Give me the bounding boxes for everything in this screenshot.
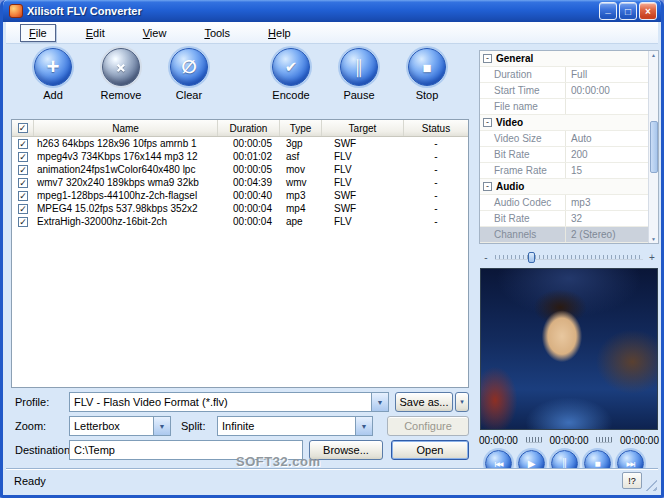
column-type[interactable]: Type <box>280 120 322 136</box>
file-target: FLV <box>322 176 404 189</box>
column-name[interactable]: Name <box>34 120 218 136</box>
row-checkbox[interactable]: ✓ <box>18 191 28 201</box>
property-row: Bit Rate 32 <box>480 211 648 227</box>
file-duration: 00:01:02 <box>218 150 280 163</box>
row-checkbox[interactable]: ✓ <box>18 165 28 175</box>
toolbar: + Add × Remove ∅ Clear ✔ Encode ║ Pause … <box>19 48 461 101</box>
split-value: Infinite <box>218 420 355 432</box>
column-target[interactable]: Target <box>322 120 404 136</box>
time-display: 00:00:00 00:00:00 00:00:00 <box>479 433 659 447</box>
file-duration: 00:00:04 <box>218 215 280 228</box>
save-as-button[interactable]: Save as... <box>395 392 453 412</box>
table-row[interactable]: ✓ h263 64kbps 128x96 10fps amrnb 1 00:00… <box>12 137 468 150</box>
encode-label: Encode <box>257 89 325 101</box>
slider-thumb[interactable] <box>528 252 535 263</box>
pause-icon: ║ <box>354 59 365 76</box>
property-value[interactable]: 200 <box>566 147 648 162</box>
column-duration[interactable]: Duration <box>218 120 280 136</box>
property-value[interactable]: mp3 <box>566 195 648 210</box>
collapse-icon[interactable]: - <box>483 54 492 63</box>
table-row[interactable]: ✓ animation24fps1wColor640x480 lpc 00:00… <box>12 163 468 176</box>
property-label: Duration <box>480 67 566 82</box>
property-value[interactable]: 2 (Stereo) <box>566 227 648 242</box>
check-icon: ✓ <box>19 179 27 187</box>
stop-button-circle: ■ <box>408 48 446 86</box>
file-target: SWF <box>322 189 404 202</box>
menu-view[interactable]: View <box>135 25 175 41</box>
scrollbar-thumb[interactable] <box>650 121 658 173</box>
chevron-down-icon[interactable]: ▼ <box>153 417 170 435</box>
menu-help[interactable]: Help <box>260 25 299 41</box>
scroll-up-icon[interactable]: ▲ <box>651 52 656 58</box>
slider-track[interactable] <box>495 255 643 260</box>
file-type: asf <box>280 150 322 163</box>
minimize-button[interactable]: _ <box>599 2 617 20</box>
scroll-down-icon[interactable]: ▼ <box>651 236 656 242</box>
configure-button[interactable]: Configure <box>387 416 469 436</box>
menu-file[interactable]: File <box>20 24 56 42</box>
status-text: Ready <box>6 475 622 487</box>
profile-select[interactable]: FLV - Flash Video Format (*.flv) ▼ <box>69 392 389 412</box>
resize-grip[interactable] <box>644 478 657 491</box>
property-value[interactable]: 32 <box>566 211 648 226</box>
chevron-down-icon[interactable]: ▼ <box>371 393 388 411</box>
table-row[interactable]: ✓ mpeg1-128bps-44100hz-2ch-flagsel 00:00… <box>12 189 468 202</box>
title-bar[interactable]: Xilisoft FLV Converter _ □ × <box>3 0 661 22</box>
column-status[interactable]: Status <box>404 120 468 136</box>
minus-icon[interactable]: - <box>481 252 491 263</box>
pause-toolbar-button[interactable]: ║ Pause <box>325 48 393 101</box>
remove-button[interactable]: × Remove <box>87 48 155 101</box>
collapse-icon[interactable]: - <box>483 182 492 191</box>
clear-button-circle: ∅ <box>170 48 208 86</box>
clear-button[interactable]: ∅ Clear <box>155 48 223 101</box>
maximize-icon: □ <box>625 6 631 17</box>
property-value[interactable]: Full <box>566 67 648 82</box>
row-checkbox[interactable]: ✓ <box>18 152 28 162</box>
section-title: Audio <box>496 181 524 192</box>
table-row[interactable]: ✓ mpeg4v3 734Kbps 176x144 mp3 12 00:01:0… <box>12 150 468 163</box>
row-checkbox[interactable]: ✓ <box>18 204 28 214</box>
row-checkbox[interactable]: ✓ <box>18 139 28 149</box>
split-select[interactable]: Infinite ▼ <box>217 416 373 436</box>
zoom-select[interactable]: Letterbox ▼ <box>69 416 171 436</box>
menu-edit[interactable]: Edit <box>78 25 113 41</box>
close-button[interactable]: × <box>639 2 657 20</box>
property-value[interactable]: Auto <box>566 131 648 146</box>
row-checkbox[interactable]: ✓ <box>18 178 28 188</box>
plus-icon[interactable]: + <box>647 252 657 263</box>
chevron-down-icon[interactable]: ▼ <box>355 417 372 435</box>
row-checkbox[interactable]: ✓ <box>18 217 28 227</box>
file-status: - <box>404 176 468 189</box>
pause-label: Pause <box>325 89 393 101</box>
property-value[interactable]: 15 <box>566 163 648 178</box>
collapse-icon[interactable]: - <box>483 118 492 127</box>
select-all-checkbox[interactable]: ✓ <box>12 120 34 136</box>
check-icon: ✓ <box>19 124 27 132</box>
app-window: Xilisoft FLV Converter _ □ × File Edit V… <box>0 0 664 498</box>
file-target: SWF <box>322 137 404 150</box>
trim-slider-start[interactable] <box>526 437 542 443</box>
stop-toolbar-button[interactable]: ■ Stop <box>393 48 461 101</box>
soft32-watermark: SOFT32.com <box>236 454 320 469</box>
menu-bar: File Edit View Tools Help <box>6 22 658 44</box>
more-profiles-button[interactable]: ▾ <box>455 392 469 412</box>
maximize-button[interactable]: □ <box>619 2 637 20</box>
file-type: mp3 <box>280 189 322 202</box>
encode-button[interactable]: ✔ Encode <box>257 48 325 101</box>
table-row[interactable]: ✓ MPEG4 15.02fps 537.98kbps 352x2 00:00:… <box>12 202 468 215</box>
properties-scrollbar[interactable]: ▲ ▼ <box>648 51 658 243</box>
table-row[interactable]: ✓ wmv7 320x240 189kbps wma9 32kb 00:04:3… <box>12 176 468 189</box>
zoom-label: Zoom: <box>15 420 46 432</box>
property-label: Video Size <box>480 131 566 146</box>
minus-glyph: - <box>486 119 489 126</box>
trim-slider-end[interactable] <box>596 437 612 443</box>
help-button[interactable]: !? <box>622 472 642 489</box>
table-row[interactable]: ✓ ExtraHigh-32000hz-16bit-2ch 00:00:04 a… <box>12 215 468 228</box>
property-value[interactable] <box>566 99 648 114</box>
zoom-value: Letterbox <box>70 420 153 432</box>
menu-tools[interactable]: Tools <box>196 25 238 41</box>
property-value[interactable]: 00:00:00 <box>566 83 648 98</box>
open-button[interactable]: Open <box>391 440 469 460</box>
add-button[interactable]: + Add <box>19 48 87 101</box>
preview-scale-slider[interactable]: - + <box>481 251 657 264</box>
